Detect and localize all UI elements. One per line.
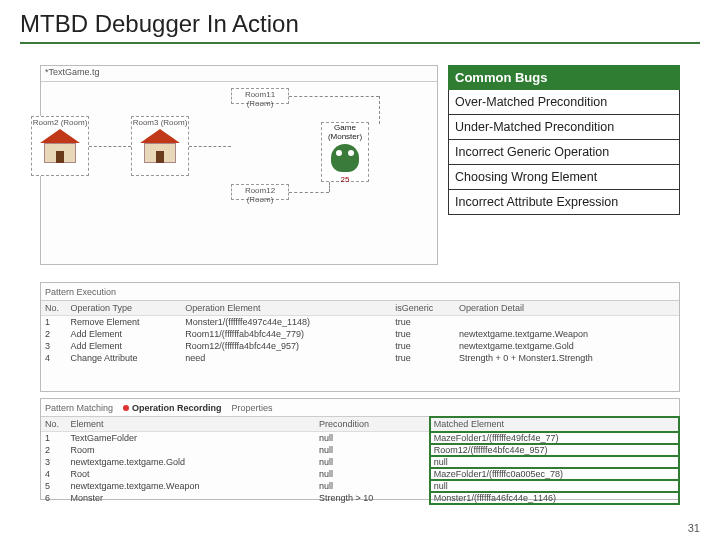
table-cell: true [391,352,455,364]
table-cell: MazeFolder1/(ffffffc0a005ec_78) [430,468,679,480]
table-cell: null [430,480,679,492]
diagram-canvas[interactable]: *TextGame.tg Room2 (Room) Room3 (Room) R… [40,65,438,265]
workspace: *TextGame.tg Room2 (Room) Room3 (Room) R… [40,65,680,275]
monster-label: Game (Monster) [322,123,368,141]
col-matched-element[interactable]: Matched Element [430,417,679,432]
bugs-item[interactable]: Choosing Wrong Element [448,165,680,190]
table-cell: null [315,480,430,492]
room11-label: Room11 (Room) [245,90,275,108]
table-cell: 4 [41,352,67,364]
bugs-item[interactable]: Over-Matched Precondition [448,90,680,115]
col-precondition[interactable]: Precondition [315,417,430,432]
table-row[interactable]: 3Add ElementRoom12/(ffffffa4bfc44e_957)t… [41,340,679,352]
col-optype[interactable]: Operation Type [67,301,182,316]
pane-tabs: Pattern Matching Operation Recording Pro… [41,399,679,417]
table-cell: Root [67,468,316,480]
table-cell: 2 [41,328,67,340]
title-rule [20,42,700,44]
table-cell: null [430,456,679,468]
table-cell: 1 [41,432,67,445]
col-opelem[interactable]: Operation Element [181,301,391,316]
table-cell: true [391,340,455,352]
room3-box[interactable]: Room3 (Room) [131,116,189,176]
col-isgeneric[interactable]: isGeneric [391,301,455,316]
pattern-matching-pane[interactable]: Pattern Matching Operation Recording Pro… [40,398,680,500]
table-row[interactable]: 1Remove ElementMonster1/(ffffffe497c44e_… [41,316,679,329]
table-row[interactable]: 5newtextgame.textgame.Weaponnullnull [41,480,679,492]
col-opdetail[interactable]: Operation Detail [455,301,679,316]
editor-tab[interactable]: *TextGame.tg [41,66,437,82]
room12-label: Room12 (Room) [245,186,275,204]
execution-table[interactable]: No. Operation Type Operation Element isG… [41,301,679,364]
bugs-item[interactable]: Under-Matched Precondition [448,115,680,140]
table-row[interactable]: 4Change AttributeneedtrueStrength + 0 + … [41,352,679,364]
table-cell: null [315,444,430,456]
table-cell: MazeFolder1/(ffffffe49fcf4e_77) [430,432,679,445]
table-cell: Strength > 10 [315,492,430,504]
connector-line [379,96,380,124]
pane-tabs: Pattern Execution [41,283,679,301]
room11-box[interactable]: Room11 (Room) [231,88,289,104]
table-cell: newtextgame.textgame.Weapon [455,328,679,340]
matching-table[interactable]: No. Element Precondition Matched Element… [41,417,679,504]
table-row[interactable]: 2Add ElementRoom11/(ffffffab4bfc44e_779)… [41,328,679,340]
table-cell: Room12/(ffffffa4bfc44e_957) [181,340,391,352]
table-cell: newtextgame.textgame.Gold [67,456,316,468]
table-cell: Room12/(ffffffe4bfc44e_957) [430,444,679,456]
page-number: 31 [688,522,700,534]
table-row[interactable]: 2RoomnullRoom12/(ffffffe4bfc44e_957) [41,444,679,456]
tab-pattern-execution[interactable]: Pattern Execution [45,287,116,297]
table-cell: newtextgame.textgame.Weapon [67,480,316,492]
table-cell: newtextgame.textgame.Gold [455,340,679,352]
table-cell: 5 [41,480,67,492]
table-cell: Room11/(ffffffab4bfc44e_779) [181,328,391,340]
table-cell: Monster1/(ffffffe497c44e_1148) [181,316,391,329]
connector-line [189,146,231,147]
table-row[interactable]: 6MonsterStrength > 10Monster1/(ffffffa46… [41,492,679,504]
house-icon [140,129,180,163]
connector-line [329,182,330,192]
col-element[interactable]: Element [67,417,316,432]
tab-properties[interactable]: Properties [232,403,273,413]
table-cell: Change Attribute [67,352,182,364]
bugs-item[interactable]: Incorrect Generic Operation [448,140,680,165]
table-cell [455,316,679,329]
table-cell: 2 [41,444,67,456]
room12-box[interactable]: Room12 (Room) [231,184,289,200]
bugs-panel: Common Bugs Over-Matched Precondition Un… [448,65,680,215]
room2-box[interactable]: Room2 (Room) [31,116,89,176]
connector-line [89,146,131,147]
table-cell: null [315,456,430,468]
table-row[interactable]: 4RootnullMazeFolder1/(ffffffc0a005ec_78) [41,468,679,480]
connector-line [289,192,329,193]
table-cell: true [391,328,455,340]
bugs-item[interactable]: Incorrect Attribute Expression [448,190,680,215]
table-row[interactable]: 3newtextgame.textgame.Goldnullnull [41,456,679,468]
page-title: MTBD Debugger In Action [0,0,720,42]
table-cell: Add Element [67,340,182,352]
table-cell: true [391,316,455,329]
table-cell: null [315,432,430,445]
table-cell: Monster1/(ffffffa46fc44e_1146) [430,492,679,504]
pattern-execution-pane[interactable]: Pattern Execution No. Operation Type Ope… [40,282,680,392]
table-cell: 3 [41,340,67,352]
monster-icon [331,144,359,172]
table-cell: Remove Element [67,316,182,329]
table-cell: Strength + 0 + Monster1.Strength [455,352,679,364]
monster-box[interactable]: Game (Monster) 25 [321,122,369,182]
table-row[interactable]: 1TextGameFoldernullMazeFolder1/(ffffffe4… [41,432,679,445]
col-no[interactable]: No. [41,417,67,432]
table-cell: 6 [41,492,67,504]
tab-pattern-matching[interactable]: Pattern Matching [45,403,113,413]
bugs-header: Common Bugs [448,65,680,90]
room3-label: Room3 (Room) [133,118,188,127]
col-no[interactable]: No. [41,301,67,316]
table-cell: Add Element [67,328,182,340]
table-cell: 4 [41,468,67,480]
table-cell: need [181,352,391,364]
connector-line [289,96,379,97]
table-cell: 1 [41,316,67,329]
tab-operation-recording[interactable]: Operation Recording [123,403,222,413]
table-cell: null [315,468,430,480]
table-cell: TextGameFolder [67,432,316,445]
